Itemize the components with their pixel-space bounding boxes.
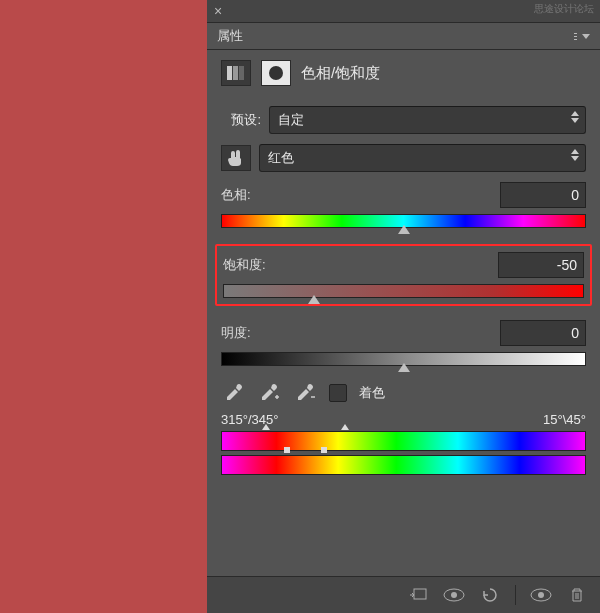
eyedropper-add-icon[interactable] xyxy=(257,382,283,404)
eyedropper-row: 着色 xyxy=(221,382,586,404)
adjustment-header: 色相/饱和度 xyxy=(207,50,600,106)
channel-select[interactable]: 红色 xyxy=(259,144,586,172)
visibility-icon[interactable] xyxy=(528,584,554,606)
saturation-label: 饱和度: xyxy=(223,256,266,274)
preset-value: 自定 xyxy=(278,111,304,129)
range-right-label: 15°\45° xyxy=(543,412,586,427)
trash-icon[interactable] xyxy=(564,584,590,606)
panel-tabs: 属性 xyxy=(207,23,600,50)
svg-rect-3 xyxy=(414,589,426,599)
svg-rect-1 xyxy=(233,66,238,80)
saturation-value-input[interactable]: -50 xyxy=(498,252,584,278)
channel-row: 红色 xyxy=(221,144,586,172)
footer-separator xyxy=(515,585,516,605)
preset-label: 预设: xyxy=(221,111,261,129)
saturation-highlight-box: 饱和度: -50 xyxy=(215,244,592,306)
panel-footer xyxy=(207,576,600,613)
hue-slider-thumb[interactable] xyxy=(398,225,410,234)
color-range-spectrum-top[interactable] xyxy=(221,431,586,451)
svg-point-7 xyxy=(538,592,544,598)
lightness-slider-block: 明度: 0 xyxy=(221,320,586,366)
watermark-text: 思途设计论坛 xyxy=(534,2,594,16)
preset-select[interactable]: 自定 xyxy=(269,106,586,134)
preset-row: 预设: 自定 xyxy=(221,106,586,134)
hue-label: 色相: xyxy=(221,186,251,204)
close-icon[interactable]: × xyxy=(207,0,229,22)
hue-value-input[interactable]: 0 xyxy=(500,182,586,208)
properties-panel: × 思途设计论坛 属性 色相/饱和度 预设: 自定 红色 xyxy=(207,0,600,613)
hue-slider-track[interactable] xyxy=(221,214,586,228)
color-range-spectrum-bottom xyxy=(221,455,586,475)
saturation-slider-track[interactable] xyxy=(223,284,584,298)
range-stop[interactable] xyxy=(321,447,327,453)
lightness-slider-thumb[interactable] xyxy=(398,363,410,372)
colorize-checkbox[interactable] xyxy=(329,384,347,402)
adjustment-icon[interactable] xyxy=(221,60,251,86)
canvas-preview xyxy=(0,0,207,613)
lightness-label: 明度: xyxy=(221,324,251,342)
saturation-slider-thumb[interactable] xyxy=(308,295,320,304)
range-stop[interactable] xyxy=(284,447,290,453)
view-previous-icon[interactable] xyxy=(441,584,467,606)
panel-topstrip: × 思途设计论坛 xyxy=(207,0,600,23)
range-labels: 315°/345° 15°\45° xyxy=(221,412,586,427)
eyedropper-subtract-icon[interactable] xyxy=(293,382,319,404)
tab-properties[interactable]: 属性 xyxy=(207,23,253,49)
layer-mask-icon[interactable] xyxy=(261,60,291,86)
svg-point-5 xyxy=(451,592,457,598)
range-marker[interactable] xyxy=(262,424,270,430)
lightness-slider-track[interactable] xyxy=(221,352,586,366)
hue-slider-block: 色相: 0 xyxy=(221,182,586,228)
adjustment-title: 色相/饱和度 xyxy=(301,64,380,83)
panel-menu-button[interactable] xyxy=(570,29,594,43)
eyedropper-icon[interactable] xyxy=(221,382,247,404)
reset-icon[interactable] xyxy=(477,584,503,606)
svg-rect-2 xyxy=(239,66,244,80)
svg-rect-0 xyxy=(227,66,232,80)
channel-value: 红色 xyxy=(268,149,294,167)
scrubby-hand-icon[interactable] xyxy=(221,145,251,171)
clip-to-layer-icon[interactable] xyxy=(405,584,431,606)
lightness-value-input[interactable]: 0 xyxy=(500,320,586,346)
range-left-label: 315°/345° xyxy=(221,412,278,427)
colorize-label: 着色 xyxy=(359,384,385,402)
range-marker[interactable] xyxy=(341,424,349,430)
